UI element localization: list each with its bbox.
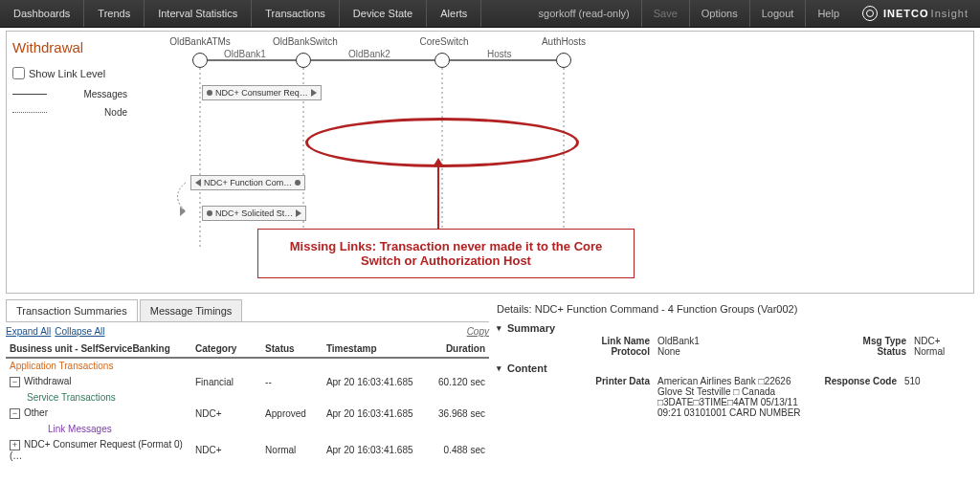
section-summary[interactable]: ▾Summary — [497, 322, 974, 334]
tree-expand-icon[interactable]: + — [10, 440, 20, 450]
nav-device-state[interactable]: Device State — [340, 0, 427, 27]
k-msg-type: Msg Type — [811, 336, 914, 346]
show-link-level-checkbox[interactable]: Show Link Level — [12, 67, 127, 79]
show-link-level-input[interactable] — [12, 67, 25, 79]
topology-diagram: OldBankATMs OldBankSwitch CoreSwitch Aut… — [133, 32, 973, 293]
details-title: Details: NDC+ Function Command - 4 Funct… — [497, 299, 974, 320]
v-link-name: OldBank1 — [657, 336, 811, 346]
copy-link[interactable]: Copy — [467, 326, 489, 337]
callout-arrow-icon — [434, 158, 443, 165]
brand-sub: Insight — [931, 8, 969, 19]
dot-icon — [295, 180, 301, 186]
user-label: sgorkoff (read-only) — [527, 0, 641, 27]
nav-trends[interactable]: Trends — [84, 0, 145, 27]
brand-name: INETCO — [883, 8, 929, 19]
k-status: Status — [811, 346, 914, 357]
tab-transaction-summaries[interactable]: Transaction Summaries — [6, 299, 138, 321]
chevron-down-icon: ▾ — [497, 363, 501, 373]
k-response-code: Response Code — [801, 376, 904, 386]
tree-app-transactions: Application Transactions — [6, 359, 489, 373]
table-row[interactable]: −Other NDC+ Approved Apr 20 16:03:41.685… — [6, 405, 489, 422]
v-msg-type: NDC+ — [914, 336, 971, 346]
tree-service-transactions: Service Transactions — [27, 390, 489, 405]
col-category: Category — [191, 340, 261, 357]
tree-collapse-icon[interactable]: − — [10, 408, 20, 419]
arrow-right-icon — [311, 89, 317, 97]
tree-link-messages: Link Messages — [48, 422, 489, 436]
brand-logo-icon — [862, 6, 878, 21]
brand: INETCO Insight — [851, 6, 980, 21]
msg-consumer-request[interactable]: NDC+ Consumer Req… — [202, 85, 322, 100]
options-button[interactable]: Options — [689, 0, 749, 27]
dot-icon — [207, 210, 212, 216]
v-protocol: None — [657, 346, 811, 357]
v-response-code: 510 — [904, 376, 962, 386]
v-status: Normal — [914, 346, 971, 357]
nav-transactions[interactable]: Transactions — [252, 0, 340, 27]
arrow-right-icon — [296, 209, 301, 217]
k-link-name: Link Name — [564, 336, 657, 346]
col-timestamp: Timestamp — [323, 340, 428, 357]
k-protocol: Protocol — [564, 346, 657, 357]
arrow-left-icon — [195, 179, 201, 187]
expand-all-link[interactable]: Expand All — [6, 326, 51, 337]
collapse-all-link[interactable]: Collapse All — [55, 326, 104, 337]
legend-node: Node — [12, 107, 127, 118]
col-status: Status — [261, 340, 323, 357]
main-nav: Dashboards Trends Interval Statistics Tr… — [0, 0, 481, 27]
dot-icon — [207, 90, 212, 96]
col-duration: Duration — [428, 340, 489, 357]
k-printer-data: Printer Data — [564, 376, 657, 386]
svg-marker-7 — [180, 207, 186, 216]
callout-box: Missing Links: Transaction never made it… — [257, 229, 635, 278]
topbar: Dashboards Trends Interval Statistics Tr… — [0, 0, 980, 28]
nav-alerts[interactable]: Alerts — [427, 0, 481, 27]
msg-function-command[interactable]: NDC+ Function Com… — [190, 175, 305, 190]
chevron-down-icon: ▾ — [497, 323, 501, 333]
callout-line — [437, 165, 439, 230]
table-row[interactable]: −Withdrawal Financial -- Apr 20 16:03:41… — [6, 373, 489, 390]
help-button[interactable]: Help — [805, 0, 851, 27]
grid-header: Business unit - SelfServiceBanking Categ… — [6, 340, 489, 359]
nav-dashboards[interactable]: Dashboards — [0, 0, 84, 27]
col-business-unit: Business unit - SelfServiceBanking — [6, 340, 191, 357]
page-title: Withdrawal — [12, 39, 127, 55]
show-link-level-label: Show Link Level — [29, 68, 105, 79]
tree-collapse-icon[interactable]: − — [10, 377, 20, 387]
save-button[interactable]: Save — [641, 0, 689, 27]
legend-messages: Messages — [12, 89, 127, 99]
summary-tabs: Transaction Summaries Message Timings — [6, 299, 489, 322]
section-content[interactable]: ▾Content — [497, 362, 974, 374]
v-printer-data: American Airlines Bank □22626 Glove St T… — [657, 376, 801, 418]
table-row[interactable]: +NDC+ Consumer Request (Format 0) (… NDC… — [6, 436, 489, 464]
tab-message-timings[interactable]: Message Timings — [140, 299, 243, 321]
logout-button[interactable]: Logout — [749, 0, 806, 27]
msg-solicited-status[interactable]: NDC+ Solicited St… — [202, 206, 306, 221]
nav-interval-statistics[interactable]: Interval Statistics — [145, 0, 252, 27]
